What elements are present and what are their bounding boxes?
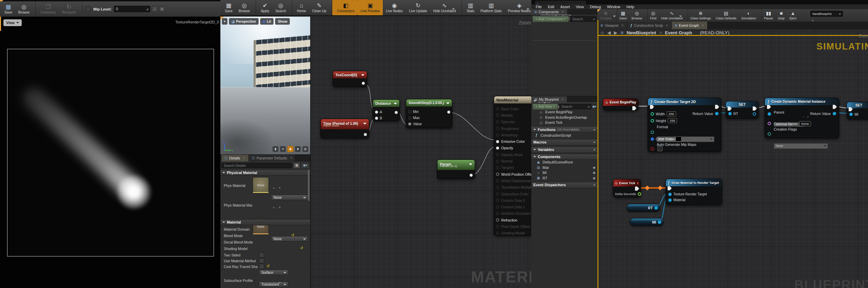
- distance-node[interactable]: Distance A B: [373, 99, 400, 121]
- width-pin[interactable]: [651, 112, 654, 116]
- parent-use-selected-icon[interactable]: ←: [802, 114, 806, 118]
- parent-pin[interactable]: [768, 112, 771, 116]
- return-value-pin[interactable]: [715, 112, 718, 115]
- class-defaults-button[interactable]: ▤ Class Defaults: [713, 9, 739, 22]
- get-mi-node[interactable]: MI: [630, 218, 664, 226]
- auto-mips-pin[interactable]: [651, 147, 654, 151]
- components-section-header[interactable]: Components: [531, 154, 597, 160]
- material-attribute-pin-row[interactable]: Base Color: [494, 105, 532, 112]
- tab-construction-script[interactable]: ƒ Construction Scrip ✕: [627, 22, 672, 29]
- compress-button[interactable]: ❒ Compress: [35, 1, 59, 17]
- material-attribute-pin-row[interactable]: Custom Data 0: [494, 197, 532, 204]
- variable-component-row[interactable]: ◉ DefaultSceneRoot ◉: [531, 160, 597, 165]
- create-dynamic-material-node[interactable]: ƒ Create Dynamic Material Instance Paren…: [765, 98, 839, 138]
- smoothstep-output-pin[interactable]: [447, 111, 450, 114]
- create-render-target-node[interactable]: ƒ Create Render Target 2D Width256 Heigh…: [648, 98, 722, 152]
- phys-material-mask-browse-icon[interactable]: ⌕: [279, 205, 281, 209]
- mi-input-pin[interactable]: [849, 113, 853, 116]
- smoothstep-max-pin[interactable]: [408, 116, 411, 119]
- creation-flags-pin[interactable]: [768, 132, 771, 136]
- material-attribute-pin-row[interactable]: Anisotropy: [494, 132, 532, 138]
- platform-stats-button[interactable]: ▥ Platform Stats: [477, 0, 505, 15]
- find-button[interactable]: ◎ Find: [647, 9, 658, 22]
- chevron-down-icon[interactable]: [469, 164, 472, 167]
- hide-unrelated-button[interactable]: ∿ Hide Unrelated: [659, 9, 685, 22]
- visibility-filter-icon[interactable]: ◉▾: [592, 105, 596, 108]
- variables-section-header[interactable]: Variables +: [531, 147, 597, 153]
- menu-item[interactable]: Debug: [587, 5, 604, 9]
- live-nodes-button[interactable]: ◉ Live Nodes: [383, 0, 406, 15]
- optional-name-input[interactable]: None: [799, 121, 811, 126]
- material-attribute-pin-row[interactable]: Metallic: [494, 112, 532, 118]
- simulation-button[interactable]: ◐ Simulation: [739, 9, 758, 22]
- macros-section-header[interactable]: Macros +: [531, 139, 597, 146]
- my-blueprint-search-input[interactable]: [559, 104, 591, 109]
- cast-ray-traced-shadows-checkbox[interactable]: [259, 264, 264, 269]
- functions-section-header[interactable]: Functions (18 Overridable) +: [531, 126, 597, 133]
- plane-shape-button[interactable]: ◆: [287, 146, 294, 152]
- material-attribute-pin-row[interactable]: Opacity Mask: [494, 151, 532, 158]
- sphere-shape-button[interactable]: ●: [280, 146, 286, 152]
- material-section-header[interactable]: Material: [220, 219, 310, 225]
- grid-view-button[interactable]: ▦: [293, 162, 300, 169]
- mi-getter-output-pin[interactable]: [658, 220, 661, 224]
- creation-flags-dropdown[interactable]: None: [774, 143, 828, 149]
- connectors-button[interactable]: ◧ Connectors: [332, 0, 357, 15]
- texcoord-output-pin[interactable]: [362, 82, 365, 85]
- event-tick-node[interactable]: ◇ Event Tick Delta Seconds: [613, 179, 641, 197]
- breadcrumb-current[interactable]: Event Graph: [665, 30, 692, 35]
- mip-level-checkbox[interactable]: [86, 6, 91, 12]
- material-attribute-pin-row[interactable]: Shading Model: [494, 230, 532, 236]
- view-mode-button[interactable]: View: [3, 19, 22, 26]
- smoothstep-min-pin[interactable]: [408, 110, 411, 113]
- chevron-down-icon[interactable]: [446, 102, 450, 106]
- event-graph-canvas[interactable]: ☆ ◀ ▶ ⊞ NewBlueprint > Event Graph (READ…: [597, 29, 868, 288]
- close-icon[interactable]: ✕: [561, 10, 564, 14]
- texture-viewer[interactable]: View TextureRenderTarget2D_0: [0, 17, 220, 288]
- details-scrollbar[interactable]: [308, 170, 310, 201]
- delta-seconds-pin[interactable]: [638, 192, 641, 196]
- newmaterial-result-node[interactable]: NewMaterial Base Color Metallic Spec: [494, 96, 532, 236]
- exec-out-pin[interactable]: [635, 187, 639, 191]
- event-row[interactable]: ◇ Event ActorBeginOverlap: [531, 115, 597, 120]
- menu-item[interactable]: File: [533, 5, 545, 9]
- height-pin[interactable]: [651, 119, 654, 122]
- close-icon[interactable]: ✕: [666, 24, 668, 27]
- material-node-graph[interactable]: Zoom MATERIAL TexCoord[0] Distance A B S…: [310, 17, 532, 288]
- distance-input-a-pin[interactable]: [375, 111, 378, 114]
- material-pin[interactable]: [668, 198, 672, 202]
- tab-parameter-defaults[interactable]: ⓘ Parameter Defaults ✕: [249, 155, 295, 161]
- menu-item[interactable]: View: [573, 5, 587, 9]
- breadcrumb-root[interactable]: NewBlueprint: [627, 30, 656, 35]
- phys-material-use-selected-icon[interactable]: ←: [272, 185, 276, 189]
- add-function-button[interactable]: +: [593, 128, 595, 132]
- material-attribute-pin-row[interactable]: Specular: [494, 119, 532, 125]
- material-attribute-pin-row[interactable]: Opacity: [494, 145, 532, 151]
- construction-script-row[interactable]: ƒ ConstructionScript: [531, 133, 597, 138]
- texture-render-target-pin[interactable]: [668, 193, 672, 196]
- draw-material-node[interactable]: ƒ Draw Material to Render Target Texture…: [666, 179, 722, 205]
- width-input[interactable]: 256: [667, 111, 676, 116]
- format-pin[interactable]: [651, 131, 654, 134]
- save-button[interactable]: ▦ Save: [1, 1, 15, 17]
- event-row[interactable]: ◇ Event BeginPlay: [531, 110, 597, 115]
- cylinder-shape-button[interactable]: ▮: [272, 146, 279, 152]
- debug-object-dropdown[interactable]: NewBlueprint: [810, 11, 843, 17]
- optional-name-pin[interactable]: [768, 122, 771, 125]
- browse-button[interactable]: ◎ Browse: [629, 9, 645, 22]
- live-update-button[interactable]: ↻ Live Update: [406, 0, 430, 15]
- phys-material-dropdown[interactable]: None: [271, 195, 308, 200]
- eject-button[interactable]: ▲ Eject: [787, 9, 799, 22]
- smoothstep-value-pin[interactable]: [408, 122, 411, 126]
- save-button[interactable]: ▦ Save: [617, 9, 629, 22]
- two-sided-checkbox[interactable]: [259, 252, 264, 257]
- material-attribute-pin-row[interactable]: Tangent: [494, 165, 532, 171]
- parent-browse-icon[interactable]: ⌕: [807, 114, 809, 119]
- param-output-pin[interactable]: [470, 174, 473, 177]
- material-attribute-pin-row[interactable]: Refraction: [494, 217, 532, 223]
- material-attribute-pin-row[interactable]: World Displacement: [494, 177, 532, 184]
- height-input[interactable]: 256: [668, 118, 677, 123]
- tab-viewport[interactable]: ⊞ Viewport ✕: [597, 22, 627, 29]
- event-beginplay-node[interactable]: ◇ Event BeginPlay: [603, 98, 638, 111]
- nav-back-icon[interactable]: ◀: [607, 30, 611, 35]
